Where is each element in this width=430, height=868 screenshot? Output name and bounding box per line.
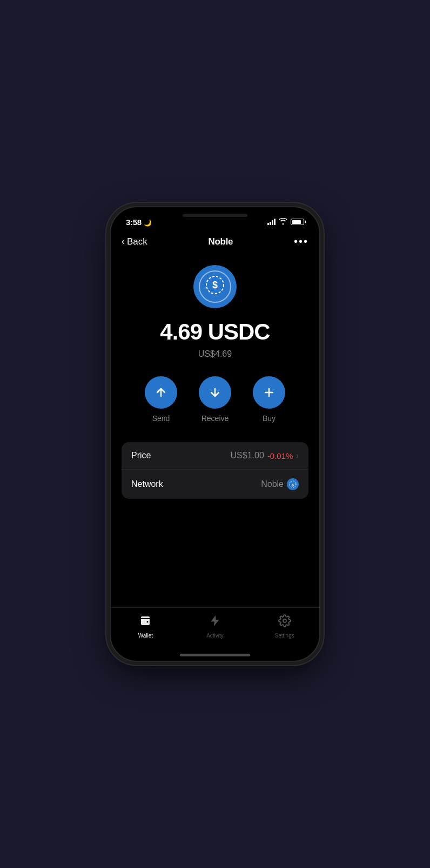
- nav-title: Noble: [209, 236, 233, 247]
- chevron-left-icon: ‹: [122, 236, 125, 247]
- tab-settings[interactable]: Settings: [250, 614, 319, 639]
- nav-header: ‹ Back Noble •••: [111, 231, 319, 254]
- wallet-tab-label: Wallet: [138, 633, 153, 639]
- svg-point-5: [283, 619, 286, 622]
- svg-text:$: $: [212, 280, 218, 290]
- chevron-right-icon: ›: [296, 451, 299, 460]
- settings-tab-label: Settings: [275, 633, 294, 639]
- back-label: Back: [127, 236, 147, 247]
- network-label: Network: [131, 479, 163, 489]
- send-button[interactable]: [145, 376, 177, 409]
- activity-tab-label: Activity: [206, 633, 224, 639]
- tab-activity[interactable]: Activity: [180, 614, 250, 639]
- send-action[interactable]: Send: [145, 376, 177, 423]
- buy-action[interactable]: Buy: [253, 376, 285, 423]
- status-bar: 3:58🌙: [111, 207, 319, 231]
- price-amount: US$1.00: [231, 451, 264, 460]
- price-value: US$1.00 -0.01% ›: [231, 451, 299, 460]
- network-row[interactable]: Network Noble $: [122, 470, 308, 499]
- send-label: Send: [152, 414, 170, 423]
- price-row[interactable]: Price US$1.00 -0.01% ›: [122, 442, 308, 470]
- activity-icon: [209, 614, 221, 630]
- action-buttons: Send Receive Buy: [145, 376, 285, 423]
- status-time: 3:58🌙: [126, 218, 152, 227]
- svg-text:$: $: [292, 483, 294, 487]
- status-icons: [267, 218, 304, 226]
- wallet-icon: [139, 614, 152, 630]
- back-button[interactable]: ‹ Back: [122, 236, 147, 247]
- main-content: $ 4.69 USDC US$4.69 Send: [111, 254, 319, 607]
- receive-label: Receive: [201, 414, 229, 423]
- settings-icon: [278, 614, 291, 630]
- network-token-icon: $: [287, 478, 299, 490]
- price-change: -0.01%: [267, 451, 293, 460]
- home-indicator: [180, 654, 250, 656]
- phone-screen: 3:58🌙: [111, 207, 319, 661]
- more-button[interactable]: •••: [294, 235, 308, 248]
- token-dollar-symbol: $: [205, 275, 225, 299]
- receive-action[interactable]: Receive: [199, 376, 231, 423]
- wifi-icon: [279, 218, 287, 226]
- signal-icon: [267, 219, 276, 225]
- price-label: Price: [131, 451, 151, 460]
- svg-point-4: [147, 621, 149, 623]
- receive-button[interactable]: [199, 376, 231, 409]
- info-card: Price US$1.00 -0.01% › Network Noble: [122, 442, 308, 499]
- phone-shell: 3:58🌙: [110, 206, 320, 662]
- balance-usd: US$4.69: [198, 349, 232, 359]
- token-icon: $: [193, 265, 237, 308]
- network-value: Noble $: [261, 478, 299, 490]
- tab-wallet[interactable]: Wallet: [111, 614, 180, 639]
- network-name: Noble: [261, 479, 284, 489]
- buy-button[interactable]: [253, 376, 285, 409]
- battery-icon: [291, 219, 304, 225]
- balance-amount: 4.69 USDC: [160, 319, 270, 345]
- moon-icon: 🌙: [144, 219, 152, 227]
- tab-bar: Wallet Activity Settings: [111, 607, 319, 654]
- buy-label: Buy: [263, 414, 276, 423]
